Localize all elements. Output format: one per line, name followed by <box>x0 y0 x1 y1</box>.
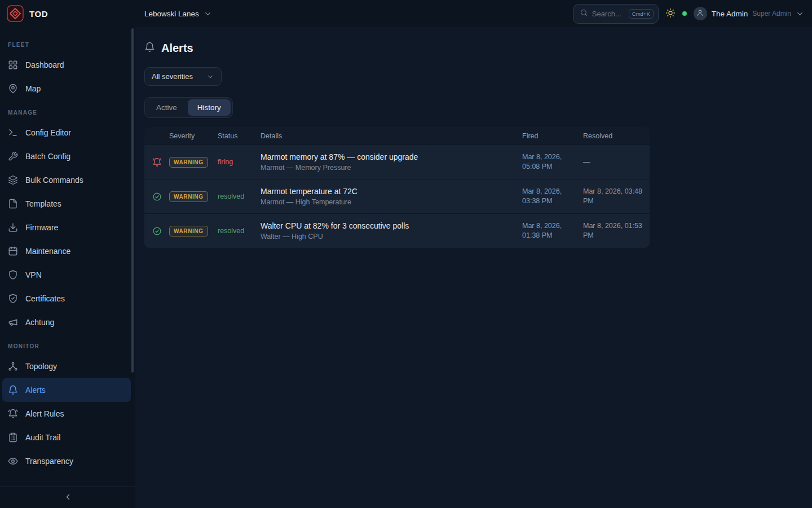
org-selector[interactable]: Lebowski Lanes <box>144 10 212 18</box>
sidebar-item-label: Map <box>25 84 41 93</box>
severity-badge: WARNING <box>169 226 208 237</box>
search-box[interactable]: Cmd+K <box>573 4 659 24</box>
sun-icon <box>665 8 676 20</box>
sidebar-item-achtung[interactable]: Achtung <box>2 310 131 334</box>
resolved-time: Mar 8, 2026, 01:53 PM <box>583 221 650 240</box>
user-role: Super Admin <box>752 10 791 17</box>
sidebar-item-bulk-commands[interactable]: Bulk Commands <box>2 168 131 192</box>
layers-icon <box>8 175 18 185</box>
shield-icon <box>8 270 18 280</box>
check-circle-icon <box>152 226 162 236</box>
sidebar-collapse-button[interactable] <box>63 492 73 503</box>
column-header-details: Details <box>261 132 522 140</box>
sidebar-item-alerts[interactable]: Alerts <box>2 378 131 402</box>
download-icon <box>8 222 18 233</box>
table-header-row: SeverityStatusDetailsFiredResolved <box>144 127 650 144</box>
sidebar-item-audit-trail[interactable]: Audit Trail <box>2 426 131 449</box>
map-pin-icon <box>8 84 18 94</box>
sidebar-item-firmware[interactable]: Firmware <box>2 216 131 239</box>
sidebar-section-manage: MANAGE <box>2 100 131 121</box>
sidebar-item-certificates[interactable]: Certificates <box>2 287 131 310</box>
severity-badge: WARNING <box>169 191 208 202</box>
sidebar-item-label: Batch Config <box>25 152 70 161</box>
column-header-status: Status <box>218 132 261 140</box>
bell-icon <box>144 42 155 55</box>
resolved-time: Mar 8, 2026, 03:48 PM <box>583 187 650 206</box>
org-selector-label: Lebowski Lanes <box>144 10 199 18</box>
tab-active[interactable]: Active <box>147 99 187 116</box>
wrench-icon <box>8 151 18 161</box>
bell-ring-icon <box>152 157 162 167</box>
check-circle-icon <box>152 192 162 202</box>
sidebar-item-batch-config[interactable]: Batch Config <box>2 144 131 168</box>
sidebar-scrollbar[interactable] <box>131 28 134 373</box>
severity-filter-value: All severities <box>152 72 193 81</box>
sidebar: FLEETDashboardMapMANAGEConfig EditorBatc… <box>0 27 135 508</box>
calendar-icon <box>8 246 18 256</box>
sidebar-item-label: VPN <box>25 270 42 279</box>
bell-icon <box>8 385 18 395</box>
alert-title: Walter CPU at 82% for 3 consecutive poll… <box>261 221 518 230</box>
user-menu[interactable]: The Admin Super Admin <box>694 7 804 20</box>
sidebar-item-label: Certificates <box>25 294 65 303</box>
file-icon <box>8 199 18 209</box>
sidebar-item-config-editor[interactable]: Config Editor <box>2 121 131 144</box>
alert-row[interactable]: WARNINGresolvedWalter CPU at 82% for 3 c… <box>144 213 650 248</box>
alert-row[interactable]: WARNINGresolvedMarmot temperature at 72C… <box>144 179 650 213</box>
fired-time: Mar 8, 2026, 05:08 PM <box>522 152 583 172</box>
alert-title: Marmot temperature at 72C <box>261 187 518 196</box>
status-text: resolved <box>218 192 261 200</box>
chevron-down-icon <box>796 10 804 18</box>
clipboard-list-icon <box>8 432 18 443</box>
status-text: firing <box>218 158 261 166</box>
main-content: Alerts All severities ActiveHistory Seve… <box>135 27 812 508</box>
search-input[interactable] <box>592 10 625 18</box>
sidebar-section-fleet: FLEET <box>2 33 131 53</box>
sidebar-item-label: Achtung <box>25 318 54 327</box>
resolved-time: — <box>583 157 650 167</box>
sidebar-item-maintenance[interactable]: Maintenance <box>2 239 131 263</box>
app-brand: TOD <box>0 5 135 22</box>
tab-history[interactable]: History <box>188 99 231 116</box>
alert-subtitle: Walter — High CPU <box>261 233 518 240</box>
app-logo-icon <box>7 5 24 22</box>
alert-row[interactable]: WARNINGfiringMarmot memory at 87% — cons… <box>144 144 650 179</box>
alert-subtitle: Marmot — High Temperature <box>261 198 518 206</box>
sidebar-item-label: Alerts <box>25 386 46 395</box>
sidebar-item-dashboard[interactable]: Dashboard <box>2 53 131 77</box>
column-header-resolved: Resolved <box>583 132 650 140</box>
sidebar-section-monitor: MONITOR <box>2 334 131 354</box>
sidebar-item-alert-rules[interactable]: Alert Rules <box>2 402 131 426</box>
sidebar-item-label: Topology <box>25 362 57 371</box>
sidebar-item-topology[interactable]: Topology <box>2 354 131 378</box>
sidebar-item-map[interactable]: Map <box>2 77 131 100</box>
sidebar-item-label: Alert Rules <box>25 409 64 418</box>
sidebar-item-transparency[interactable]: Transparency <box>2 449 131 473</box>
page-header: Alerts <box>144 42 803 55</box>
severity-filter-select[interactable]: All severities <box>144 67 222 86</box>
chevron-left-icon <box>63 492 73 503</box>
table-body: WARNINGfiringMarmot memory at 87% — cons… <box>144 144 650 248</box>
sidebar-item-label: Maintenance <box>25 247 70 256</box>
user-name: The Admin <box>712 10 748 18</box>
online-status-dot <box>682 11 687 16</box>
topbar: TOD Lebowski Lanes Cmd+K The Admin Super… <box>0 0 812 27</box>
user-icon <box>696 8 704 19</box>
sidebar-item-vpn[interactable]: VPN <box>2 263 131 287</box>
page-title: Alerts <box>161 42 193 55</box>
column-header-fired: Fired <box>522 132 583 140</box>
grid-icon <box>8 60 18 70</box>
sidebar-nav: FLEETDashboardMapMANAGEConfig EditorBatc… <box>0 27 135 487</box>
app-shell: FLEETDashboardMapMANAGEConfig EditorBatc… <box>0 27 812 508</box>
topology-icon <box>8 361 18 371</box>
sidebar-item-label: Bulk Commands <box>25 176 83 185</box>
alerts-tabs: ActiveHistory <box>144 97 233 118</box>
sidebar-item-label: Config Editor <box>25 128 71 137</box>
megaphone-icon <box>8 317 18 327</box>
sidebar-footer <box>0 487 135 508</box>
alerts-table: SeverityStatusDetailsFiredResolved WARNI… <box>144 127 650 248</box>
sidebar-item-label: Templates <box>25 199 61 208</box>
theme-toggle-button[interactable] <box>665 8 676 20</box>
search-icon <box>580 8 588 19</box>
sidebar-item-templates[interactable]: Templates <box>2 192 131 216</box>
